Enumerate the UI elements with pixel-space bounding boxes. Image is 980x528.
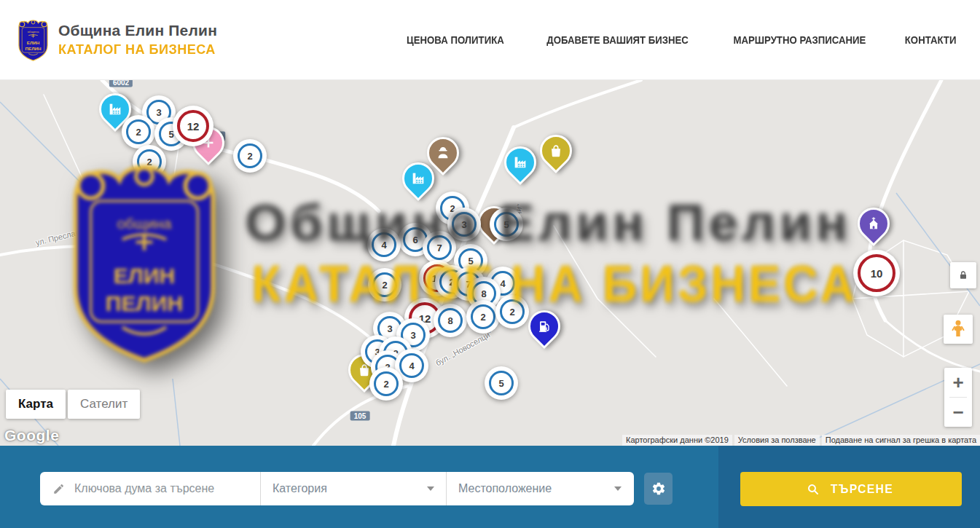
search-button-label: ТЪРСЕНЕ: [830, 482, 893, 497]
cluster-ring: 2: [471, 304, 495, 329]
cluster-ring: 2: [137, 149, 162, 174]
pencil-icon: [52, 482, 66, 495]
cluster-marker[interactable]: 2: [122, 115, 155, 149]
nav-item-contacts[interactable]: КОНТАКТИ: [905, 34, 957, 46]
cluster-ring: 8: [438, 308, 463, 333]
zoom-control: + −: [944, 368, 972, 427]
cluster-ring: 2: [500, 299, 525, 324]
street-view-pegman-button[interactable]: [944, 315, 973, 344]
map-lock-button[interactable]: [950, 262, 976, 288]
cluster-ring: 5: [494, 212, 519, 237]
location-select-value: Местоположение: [458, 482, 552, 495]
worker-pin-marker[interactable]: [427, 137, 459, 169]
chevron-down-icon: [427, 486, 434, 491]
lock-icon: [957, 269, 969, 281]
cluster-marker[interactable]: 10: [853, 250, 900, 296]
category-select[interactable]: Категория: [261, 472, 447, 505]
map-type-map-button[interactable]: Карта: [6, 390, 66, 419]
cluster-marker[interactable]: 12: [173, 106, 213, 146]
map-type-control: Карта Сателит: [6, 390, 140, 419]
cluster-marker[interactable]: 8: [434, 304, 467, 337]
cluster-ring: 7: [427, 235, 452, 260]
search-icon: [807, 483, 820, 496]
road-label: 6002: [109, 80, 133, 87]
map-attribution: Картографски данни ©2019 Условия за полз…: [622, 435, 980, 446]
site-title: Община Елин Пелин: [58, 22, 224, 39]
cluster-ring: 4: [372, 232, 396, 257]
factory-icon: [504, 146, 536, 178]
search-button[interactable]: ТЪРСЕНЕ: [740, 472, 962, 506]
main-nav: ЦЕНОВА ПОЛИТИКА ДОБАВЕТЕ ВАШИЯТ БИЗНЕС М…: [400, 34, 960, 46]
attribution-report-link[interactable]: Подаване на сигнал за грешка в картата: [822, 435, 980, 446]
cluster-ring: 5: [489, 371, 514, 395]
site-header: Община Елин Пелин КАТАЛОГ НА БИЗНЕСА ЦЕН…: [0, 0, 980, 80]
attribution-copyright: Картографски данни ©2019: [622, 435, 732, 446]
google-logo[interactable]: Google: [4, 427, 59, 444]
chevron-down-icon: [614, 486, 622, 491]
gear-icon: [651, 481, 666, 496]
cluster-ring: 2: [238, 143, 262, 168]
zoom-in-button[interactable]: +: [944, 368, 972, 397]
keyword-search-input[interactable]: [74, 482, 249, 495]
cluster-ring: 10: [858, 254, 895, 292]
cluster-ring: 12: [177, 110, 209, 142]
shopping-bag-pin-marker[interactable]: [540, 135, 572, 167]
pegman-icon: [948, 319, 968, 339]
cluster-marker[interactable]: 2: [133, 145, 166, 178]
cluster-ring: 2: [126, 119, 151, 144]
cluster-ring: 2: [372, 272, 397, 297]
cluster-marker[interactable]: 2: [495, 295, 529, 328]
search-button-area: ТЪРСЕНЕ: [718, 446, 980, 528]
location-select[interactable]: Местоположение: [447, 472, 633, 505]
map-type-satellite-button[interactable]: Сателит: [68, 390, 140, 419]
zoom-out-button[interactable]: −: [944, 398, 972, 427]
church-icon: [858, 208, 890, 240]
shopping-bag-icon: [540, 135, 572, 167]
keyword-section: [40, 472, 261, 505]
search-bar: Категория Местоположение ТЪРСЕНЕ: [0, 446, 980, 528]
cluster-marker[interactable]: 2: [369, 367, 403, 401]
category-select-value: Категория: [273, 482, 327, 495]
cluster-marker[interactable]: 2: [466, 300, 500, 334]
nav-item-add-business[interactable]: ДОБАВЕТЕ ВАШИЯТ БИЗНЕС: [546, 34, 689, 46]
cluster-marker[interactable]: 4: [367, 228, 401, 261]
search-settings-button[interactable]: [644, 473, 673, 505]
cluster-marker[interactable]: 5: [490, 208, 523, 241]
site-subtitle: КАТАЛОГ НА БИЗНЕСА: [58, 42, 216, 58]
site-logo[interactable]: Община Елин Пелин КАТАЛОГ НА БИЗНЕСА: [16, 18, 224, 61]
cluster-marker[interactable]: 7: [423, 231, 456, 264]
cluster-marker[interactable]: 2: [368, 268, 401, 302]
cluster-marker[interactable]: 2: [233, 139, 267, 173]
fuel-pin-marker[interactable]: [528, 310, 560, 342]
worker-icon: [427, 137, 459, 169]
road-label: 105: [350, 411, 370, 421]
search-input-group: Категория Местоположение: [40, 472, 634, 505]
fuel-icon: [528, 310, 560, 342]
factory-pin-marker[interactable]: [504, 146, 536, 178]
cluster-ring: 3: [452, 212, 477, 237]
cluster-ring: 2: [374, 371, 399, 396]
nav-item-pricing[interactable]: ЦЕНОВА ПОЛИТИКА: [407, 34, 504, 46]
cluster-marker[interactable]: 5: [485, 366, 518, 400]
map-canvas[interactable]: 60026105ул. Преславбул. „Новоселци“ци“: [0, 80, 980, 446]
municipality-crest-icon: [16, 18, 50, 61]
cluster-ring: 4: [399, 353, 424, 378]
nav-item-bus-schedule[interactable]: МАРШРУТНО РАЗПИСАНИЕ: [733, 34, 866, 46]
church-pin-marker[interactable]: [858, 208, 890, 240]
attribution-terms-link[interactable]: Условия за ползване: [734, 435, 820, 446]
cluster-marker[interactable]: 3: [447, 208, 481, 241]
